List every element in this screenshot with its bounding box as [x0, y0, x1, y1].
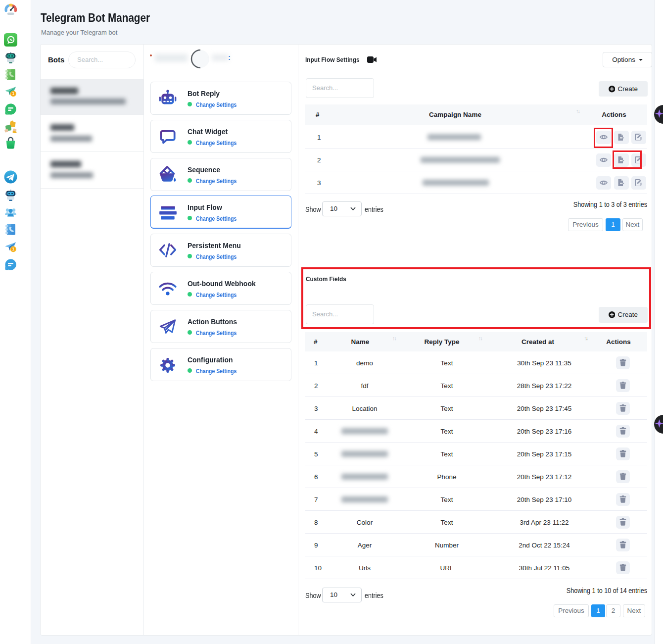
svg-text:1: 1 — [12, 91, 14, 96]
svg-text:1: 1 — [12, 247, 14, 251]
